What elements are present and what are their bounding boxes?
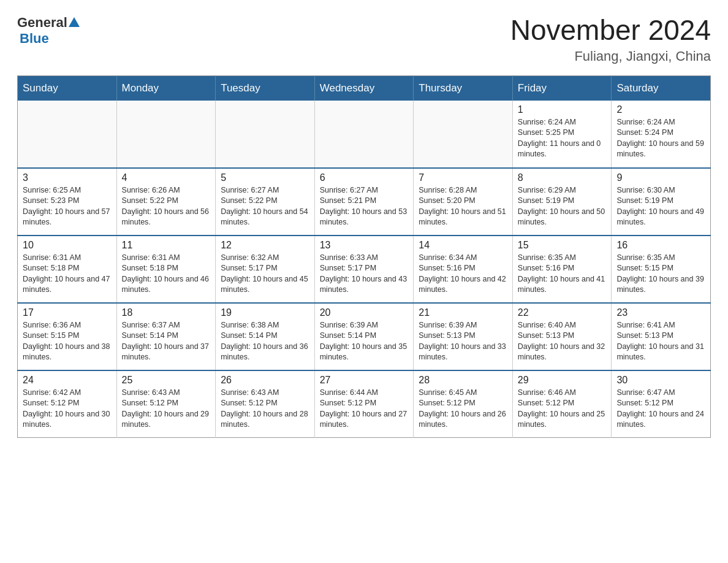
day-number: 11 xyxy=(122,240,211,251)
calendar-cell xyxy=(216,101,315,168)
calendar-cell: 27Sunrise: 6:44 AMSunset: 5:12 PMDayligh… xyxy=(314,370,414,438)
day-number: 9 xyxy=(616,172,705,183)
calendar-header-thursday: Thursday xyxy=(414,75,513,101)
day-info: Sunrise: 6:43 AMSunset: 5:12 PMDaylight:… xyxy=(221,388,309,431)
calendar-cell: 18Sunrise: 6:37 AMSunset: 5:14 PMDayligh… xyxy=(116,303,216,370)
day-number: 30 xyxy=(616,375,705,386)
calendar-cell: 29Sunrise: 6:46 AMSunset: 5:12 PMDayligh… xyxy=(512,370,612,438)
day-number: 2 xyxy=(616,104,705,115)
day-info: Sunrise: 6:47 AMSunset: 5:12 PMDaylight:… xyxy=(616,388,705,431)
page-header: General Blue November 2024 Fuliang, Jian… xyxy=(17,15,711,64)
day-number: 20 xyxy=(320,307,409,318)
logo-blue-text: Blue xyxy=(20,31,49,46)
day-info: Sunrise: 6:35 AMSunset: 5:16 PMDaylight:… xyxy=(518,253,607,296)
day-info: Sunrise: 6:24 AMSunset: 5:25 PMDaylight:… xyxy=(518,117,607,160)
day-info: Sunrise: 6:42 AMSunset: 5:12 PMDaylight:… xyxy=(23,388,112,431)
calendar-cell: 22Sunrise: 6:40 AMSunset: 5:13 PMDayligh… xyxy=(512,303,612,370)
day-number: 23 xyxy=(616,307,705,318)
day-info: Sunrise: 6:26 AMSunset: 5:22 PMDaylight:… xyxy=(122,185,211,228)
day-number: 21 xyxy=(419,307,507,318)
calendar-cell: 1Sunrise: 6:24 AMSunset: 5:25 PMDaylight… xyxy=(512,101,612,168)
day-info: Sunrise: 6:39 AMSunset: 5:13 PMDaylight:… xyxy=(419,320,507,363)
calendar-cell: 21Sunrise: 6:39 AMSunset: 5:13 PMDayligh… xyxy=(414,303,513,370)
calendar-cell: 5Sunrise: 6:27 AMSunset: 5:22 PMDaylight… xyxy=(216,168,315,236)
day-number: 6 xyxy=(320,172,409,183)
calendar-cell: 28Sunrise: 6:45 AMSunset: 5:12 PMDayligh… xyxy=(414,370,513,438)
calendar-week-row: 1Sunrise: 6:24 AMSunset: 5:25 PMDaylight… xyxy=(18,101,711,168)
title-section: November 2024 Fuliang, Jiangxi, China xyxy=(510,15,711,64)
day-number: 15 xyxy=(518,240,607,251)
day-number: 27 xyxy=(320,375,409,386)
calendar-cell: 12Sunrise: 6:32 AMSunset: 5:17 PMDayligh… xyxy=(216,236,315,303)
logo-triangle-icon xyxy=(67,16,81,29)
day-number: 10 xyxy=(23,240,112,251)
calendar-cell: 24Sunrise: 6:42 AMSunset: 5:12 PMDayligh… xyxy=(18,370,117,438)
calendar-header-monday: Monday xyxy=(116,75,216,101)
calendar-week-row: 10Sunrise: 6:31 AMSunset: 5:18 PMDayligh… xyxy=(18,236,711,303)
day-number: 3 xyxy=(23,172,112,183)
calendar-header-tuesday: Tuesday xyxy=(216,75,315,101)
day-info: Sunrise: 6:33 AMSunset: 5:17 PMDaylight:… xyxy=(320,253,409,296)
day-number: 17 xyxy=(23,307,112,318)
calendar-cell: 15Sunrise: 6:35 AMSunset: 5:16 PMDayligh… xyxy=(512,236,612,303)
day-info: Sunrise: 6:32 AMSunset: 5:17 PMDaylight:… xyxy=(221,253,309,296)
day-number: 1 xyxy=(518,104,607,115)
calendar-cell: 25Sunrise: 6:43 AMSunset: 5:12 PMDayligh… xyxy=(116,370,216,438)
day-info: Sunrise: 6:35 AMSunset: 5:15 PMDaylight:… xyxy=(616,253,705,296)
calendar-cell: 9Sunrise: 6:30 AMSunset: 5:19 PMDaylight… xyxy=(612,168,711,236)
calendar-cell: 3Sunrise: 6:25 AMSunset: 5:23 PMDaylight… xyxy=(18,168,117,236)
month-title: November 2024 xyxy=(510,15,711,46)
calendar-week-row: 3Sunrise: 6:25 AMSunset: 5:23 PMDaylight… xyxy=(18,168,711,236)
day-info: Sunrise: 6:46 AMSunset: 5:12 PMDaylight:… xyxy=(518,388,607,431)
calendar-cell: 8Sunrise: 6:29 AMSunset: 5:19 PMDaylight… xyxy=(512,168,612,236)
calendar-header-saturday: Saturday xyxy=(612,75,711,101)
calendar-header-friday: Friday xyxy=(512,75,612,101)
day-info: Sunrise: 6:34 AMSunset: 5:16 PMDaylight:… xyxy=(419,253,507,296)
logo-general-text: General xyxy=(17,15,67,31)
calendar-cell: 11Sunrise: 6:31 AMSunset: 5:18 PMDayligh… xyxy=(116,236,216,303)
calendar-cell xyxy=(18,101,117,168)
day-info: Sunrise: 6:43 AMSunset: 5:12 PMDaylight:… xyxy=(122,388,211,431)
calendar-cell: 19Sunrise: 6:38 AMSunset: 5:14 PMDayligh… xyxy=(216,303,315,370)
day-number: 16 xyxy=(616,240,705,251)
day-info: Sunrise: 6:30 AMSunset: 5:19 PMDaylight:… xyxy=(616,185,705,228)
day-number: 4 xyxy=(122,172,211,183)
day-info: Sunrise: 6:44 AMSunset: 5:12 PMDaylight:… xyxy=(320,388,409,431)
day-info: Sunrise: 6:37 AMSunset: 5:14 PMDaylight:… xyxy=(122,320,211,363)
day-number: 13 xyxy=(320,240,409,251)
day-number: 29 xyxy=(518,375,607,386)
calendar-header-row: SundayMondayTuesdayWednesdayThursdayFrid… xyxy=(18,75,711,101)
calendar-cell: 4Sunrise: 6:26 AMSunset: 5:22 PMDaylight… xyxy=(116,168,216,236)
svg-marker-0 xyxy=(69,17,80,27)
day-number: 18 xyxy=(122,307,211,318)
day-info: Sunrise: 6:29 AMSunset: 5:19 PMDaylight:… xyxy=(518,185,607,228)
calendar-cell xyxy=(414,101,513,168)
day-number: 7 xyxy=(419,172,507,183)
day-number: 26 xyxy=(221,375,309,386)
calendar-cell: 14Sunrise: 6:34 AMSunset: 5:16 PMDayligh… xyxy=(414,236,513,303)
calendar-cell: 20Sunrise: 6:39 AMSunset: 5:14 PMDayligh… xyxy=(314,303,414,370)
day-number: 12 xyxy=(221,240,309,251)
calendar-cell: 26Sunrise: 6:43 AMSunset: 5:12 PMDayligh… xyxy=(216,370,315,438)
calendar-cell: 10Sunrise: 6:31 AMSunset: 5:18 PMDayligh… xyxy=(18,236,117,303)
location-title: Fuliang, Jiangxi, China xyxy=(510,48,711,64)
day-number: 25 xyxy=(122,375,211,386)
day-number: 24 xyxy=(23,375,112,386)
calendar-cell: 7Sunrise: 6:28 AMSunset: 5:20 PMDaylight… xyxy=(414,168,513,236)
calendar-cell xyxy=(314,101,414,168)
calendar-cell: 30Sunrise: 6:47 AMSunset: 5:12 PMDayligh… xyxy=(612,370,711,438)
day-info: Sunrise: 6:41 AMSunset: 5:13 PMDaylight:… xyxy=(616,320,705,363)
calendar-cell: 13Sunrise: 6:33 AMSunset: 5:17 PMDayligh… xyxy=(314,236,414,303)
day-number: 22 xyxy=(518,307,607,318)
day-info: Sunrise: 6:31 AMSunset: 5:18 PMDaylight:… xyxy=(122,253,211,296)
calendar-header-sunday: Sunday xyxy=(18,75,117,101)
day-info: Sunrise: 6:25 AMSunset: 5:23 PMDaylight:… xyxy=(23,185,112,228)
day-info: Sunrise: 6:36 AMSunset: 5:15 PMDaylight:… xyxy=(23,320,112,363)
calendar-week-row: 17Sunrise: 6:36 AMSunset: 5:15 PMDayligh… xyxy=(18,303,711,370)
day-number: 14 xyxy=(419,240,507,251)
day-info: Sunrise: 6:28 AMSunset: 5:20 PMDaylight:… xyxy=(419,185,507,228)
day-info: Sunrise: 6:45 AMSunset: 5:12 PMDaylight:… xyxy=(419,388,507,431)
day-number: 28 xyxy=(419,375,507,386)
day-number: 5 xyxy=(221,172,309,183)
day-info: Sunrise: 6:40 AMSunset: 5:13 PMDaylight:… xyxy=(518,320,607,363)
